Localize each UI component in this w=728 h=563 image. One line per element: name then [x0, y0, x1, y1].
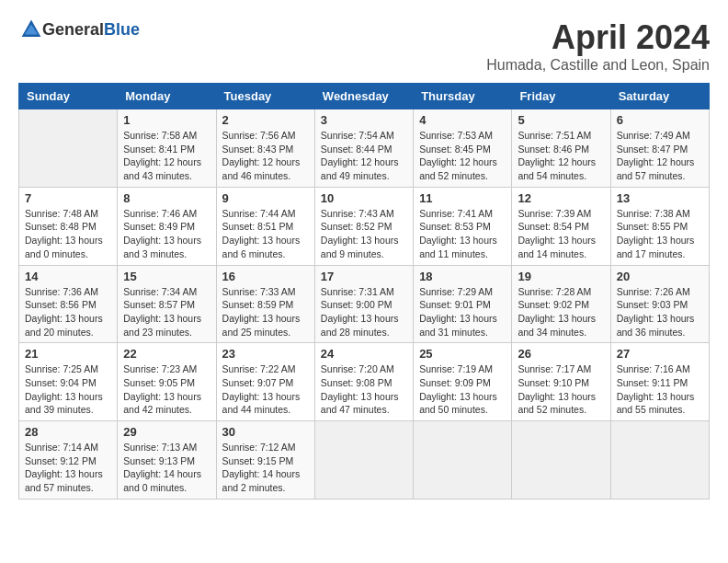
header-day-monday: Monday [118, 84, 216, 109]
calendar-cell: 14Sunrise: 7:36 AM Sunset: 8:56 PM Dayli… [19, 265, 118, 343]
calendar-cell: 1Sunrise: 7:58 AM Sunset: 8:41 PM Daylig… [118, 109, 216, 188]
calendar-table: SundayMondayTuesdayWednesdayThursdayFrid… [18, 83, 710, 500]
calendar-cell: 16Sunrise: 7:33 AM Sunset: 8:59 PM Dayli… [216, 265, 314, 343]
day-info: Sunrise: 7:16 AM Sunset: 9:11 PM Dayligh… [617, 362, 703, 417]
day-info: Sunrise: 7:53 AM Sunset: 8:45 PM Dayligh… [419, 129, 506, 183]
day-number: 30 [222, 425, 309, 439]
day-number: 2 [222, 113, 309, 127]
calendar-cell: 10Sunrise: 7:43 AM Sunset: 8:52 PM Dayli… [314, 187, 413, 265]
calendar-subtitle: Humada, Castille and Leon, Spain [486, 57, 710, 74]
day-info: Sunrise: 7:58 AM Sunset: 8:41 PM Dayligh… [123, 129, 210, 183]
day-info: Sunrise: 7:36 AM Sunset: 8:56 PM Dayligh… [25, 285, 111, 339]
calendar-cell: 7Sunrise: 7:48 AM Sunset: 8:48 PM Daylig… [19, 187, 118, 265]
week-row-4: 21Sunrise: 7:25 AM Sunset: 9:04 PM Dayli… [19, 343, 710, 421]
calendar-cell: 15Sunrise: 7:34 AM Sunset: 8:57 PM Dayli… [118, 265, 216, 343]
day-info: Sunrise: 7:49 AM Sunset: 8:47 PM Dayligh… [617, 129, 703, 183]
logo: GeneralBlue [18, 18, 140, 40]
day-info: Sunrise: 7:51 AM Sunset: 8:46 PM Dayligh… [518, 129, 604, 183]
logo-general: General [42, 20, 104, 39]
calendar-cell [414, 421, 512, 500]
calendar-cell: 26Sunrise: 7:17 AM Sunset: 9:10 PM Dayli… [512, 343, 610, 421]
day-info: Sunrise: 7:23 AM Sunset: 9:05 PM Dayligh… [123, 362, 210, 417]
calendar-cell: 4Sunrise: 7:53 AM Sunset: 8:45 PM Daylig… [414, 109, 512, 188]
day-number: 17 [321, 270, 407, 283]
page-header: GeneralBlue April 2024 Humada, Castille … [18, 18, 710, 74]
day-number: 15 [123, 270, 210, 283]
calendar-cell: 3Sunrise: 7:54 AM Sunset: 8:44 PM Daylig… [314, 109, 413, 188]
day-number: 13 [617, 191, 703, 205]
calendar-cell [19, 109, 118, 188]
day-number: 12 [518, 191, 604, 205]
day-number: 7 [25, 191, 111, 205]
day-info: Sunrise: 7:12 AM Sunset: 9:15 PM Dayligh… [222, 441, 309, 495]
calendar-cell: 28Sunrise: 7:14 AM Sunset: 9:12 PM Dayli… [19, 421, 118, 500]
day-info: Sunrise: 7:46 AM Sunset: 8:49 PM Dayligh… [123, 207, 210, 261]
day-number: 25 [419, 347, 506, 361]
day-number: 4 [419, 113, 506, 127]
calendar-cell: 24Sunrise: 7:20 AM Sunset: 9:08 PM Dayli… [314, 343, 413, 421]
week-row-3: 14Sunrise: 7:36 AM Sunset: 8:56 PM Dayli… [19, 265, 710, 343]
day-number: 10 [321, 191, 407, 205]
week-row-1: 1Sunrise: 7:58 AM Sunset: 8:41 PM Daylig… [19, 109, 710, 188]
calendar-cell: 2Sunrise: 7:56 AM Sunset: 8:43 PM Daylig… [216, 109, 314, 188]
day-number: 11 [419, 191, 506, 205]
day-number: 29 [123, 425, 210, 439]
calendar-cell [512, 421, 610, 500]
calendar-cell: 13Sunrise: 7:38 AM Sunset: 8:55 PM Dayli… [610, 187, 709, 265]
calendar-cell: 11Sunrise: 7:41 AM Sunset: 8:53 PM Dayli… [414, 187, 512, 265]
calendar-cell: 17Sunrise: 7:31 AM Sunset: 9:00 PM Dayli… [314, 265, 413, 343]
calendar-cell: 6Sunrise: 7:49 AM Sunset: 8:47 PM Daylig… [610, 109, 709, 188]
day-number: 6 [617, 113, 703, 127]
day-info: Sunrise: 7:38 AM Sunset: 8:55 PM Dayligh… [617, 207, 703, 261]
calendar-cell: 19Sunrise: 7:28 AM Sunset: 9:02 PM Dayli… [512, 265, 610, 343]
calendar-body: 1Sunrise: 7:58 AM Sunset: 8:41 PM Daylig… [19, 109, 710, 500]
header-day-saturday: Saturday [610, 84, 709, 109]
logo-icon [20, 18, 42, 40]
calendar-cell: 5Sunrise: 7:51 AM Sunset: 8:46 PM Daylig… [512, 109, 610, 188]
calendar-cell [314, 421, 413, 500]
day-number: 18 [419, 270, 506, 283]
day-info: Sunrise: 7:31 AM Sunset: 9:00 PM Dayligh… [321, 285, 407, 339]
day-info: Sunrise: 7:19 AM Sunset: 9:09 PM Dayligh… [419, 362, 506, 417]
day-info: Sunrise: 7:48 AM Sunset: 8:48 PM Dayligh… [25, 207, 111, 261]
day-info: Sunrise: 7:20 AM Sunset: 9:08 PM Dayligh… [321, 362, 407, 417]
calendar-cell: 8Sunrise: 7:46 AM Sunset: 8:49 PM Daylig… [118, 187, 216, 265]
day-number: 14 [25, 270, 111, 283]
header-day-thursday: Thursday [414, 84, 512, 109]
header-day-sunday: Sunday [19, 84, 118, 109]
calendar-header: SundayMondayTuesdayWednesdayThursdayFrid… [19, 84, 710, 109]
day-number: 26 [518, 347, 604, 361]
day-info: Sunrise: 7:34 AM Sunset: 8:57 PM Dayligh… [123, 285, 210, 339]
calendar-cell: 27Sunrise: 7:16 AM Sunset: 9:11 PM Dayli… [610, 343, 709, 421]
day-number: 19 [518, 270, 604, 283]
calendar-title: April 2024 [486, 18, 710, 57]
day-info: Sunrise: 7:25 AM Sunset: 9:04 PM Dayligh… [25, 362, 111, 417]
day-number: 16 [222, 270, 309, 283]
calendar-cell: 20Sunrise: 7:26 AM Sunset: 9:03 PM Dayli… [610, 265, 709, 343]
calendar-cell: 30Sunrise: 7:12 AM Sunset: 9:15 PM Dayli… [216, 421, 314, 500]
day-number: 22 [123, 347, 210, 361]
day-info: Sunrise: 7:26 AM Sunset: 9:03 PM Dayligh… [617, 285, 703, 339]
day-info: Sunrise: 7:43 AM Sunset: 8:52 PM Dayligh… [321, 207, 407, 261]
header-day-tuesday: Tuesday [216, 84, 314, 109]
day-info: Sunrise: 7:17 AM Sunset: 9:10 PM Dayligh… [518, 362, 604, 417]
day-info: Sunrise: 7:41 AM Sunset: 8:53 PM Dayligh… [419, 207, 506, 261]
day-info: Sunrise: 7:29 AM Sunset: 9:01 PM Dayligh… [419, 285, 506, 339]
day-number: 5 [518, 113, 604, 127]
calendar-cell: 18Sunrise: 7:29 AM Sunset: 9:01 PM Dayli… [414, 265, 512, 343]
week-row-2: 7Sunrise: 7:48 AM Sunset: 8:48 PM Daylig… [19, 187, 710, 265]
day-number: 28 [25, 425, 111, 439]
calendar-cell: 21Sunrise: 7:25 AM Sunset: 9:04 PM Dayli… [19, 343, 118, 421]
day-info: Sunrise: 7:39 AM Sunset: 8:54 PM Dayligh… [518, 207, 604, 261]
day-info: Sunrise: 7:56 AM Sunset: 8:43 PM Dayligh… [222, 129, 309, 183]
day-info: Sunrise: 7:14 AM Sunset: 9:12 PM Dayligh… [25, 441, 111, 495]
header-day-friday: Friday [512, 84, 610, 109]
day-number: 3 [321, 113, 407, 127]
day-info: Sunrise: 7:54 AM Sunset: 8:44 PM Dayligh… [321, 129, 407, 183]
day-number: 8 [123, 191, 210, 205]
day-number: 23 [222, 347, 309, 361]
calendar-cell: 22Sunrise: 7:23 AM Sunset: 9:05 PM Dayli… [118, 343, 216, 421]
header-day-wednesday: Wednesday [314, 84, 413, 109]
calendar-cell: 25Sunrise: 7:19 AM Sunset: 9:09 PM Dayli… [414, 343, 512, 421]
day-info: Sunrise: 7:13 AM Sunset: 9:13 PM Dayligh… [123, 441, 210, 495]
